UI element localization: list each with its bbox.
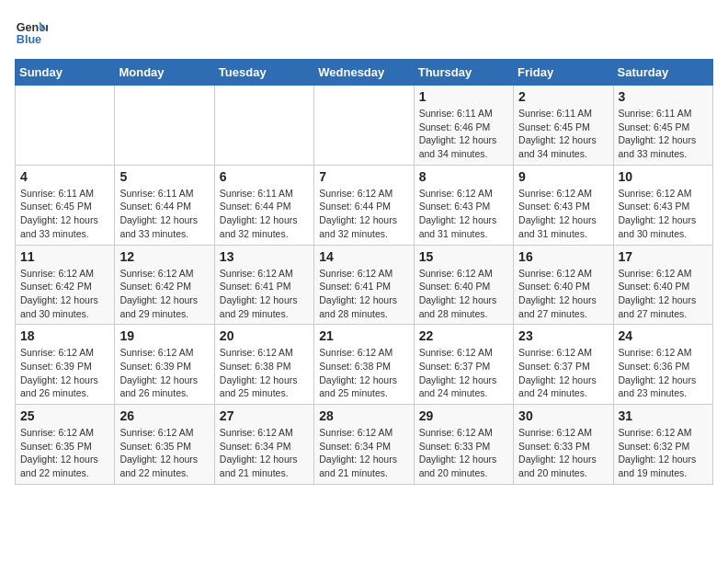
calendar-cell: 4Sunrise: 6:11 AM Sunset: 6:45 PM Daylig… [16,165,115,245]
day-number: 28 [319,408,408,423]
svg-text:Blue: Blue [17,33,41,46]
day-info: Sunrise: 6:12 AM Sunset: 6:43 PM Dayligh… [518,187,608,241]
day-number: 19 [119,328,209,343]
calendar-cell: 7Sunrise: 6:12 AM Sunset: 6:44 PM Daylig… [314,165,414,245]
day-info: Sunrise: 6:11 AM Sunset: 6:45 PM Dayligh… [20,187,109,241]
day-info: Sunrise: 6:12 AM Sunset: 6:39 PM Dayligh… [119,346,209,400]
day-number: 26 [119,408,209,423]
day-info: Sunrise: 6:12 AM Sunset: 6:35 PM Dayligh… [119,426,209,480]
logo: General Blue [15,15,53,48]
day-number: 15 [419,249,508,264]
day-number: 12 [119,249,209,264]
header-day-thursday: Thursday [414,60,513,86]
calendar-cell: 27Sunrise: 6:12 AM Sunset: 6:34 PM Dayli… [214,405,313,485]
calendar-cell [214,86,313,166]
week-row-1: 1Sunrise: 6:11 AM Sunset: 6:46 PM Daylig… [16,86,713,166]
day-info: Sunrise: 6:11 AM Sunset: 6:44 PM Dayligh… [220,187,309,241]
day-info: Sunrise: 6:11 AM Sunset: 6:44 PM Dayligh… [119,187,209,241]
week-row-3: 11Sunrise: 6:12 AM Sunset: 6:42 PM Dayli… [16,245,713,325]
day-number: 20 [220,328,309,343]
day-info: Sunrise: 6:12 AM Sunset: 6:34 PM Dayligh… [319,426,408,480]
header-day-saturday: Saturday [613,60,712,86]
calendar-cell: 25Sunrise: 6:12 AM Sunset: 6:35 PM Dayli… [16,405,115,485]
calendar-cell: 6Sunrise: 6:11 AM Sunset: 6:44 PM Daylig… [214,165,313,245]
day-info: Sunrise: 6:12 AM Sunset: 6:40 PM Dayligh… [619,267,708,321]
header-day-sunday: Sunday [16,60,115,86]
day-number: 24 [619,328,708,343]
day-number: 1 [419,89,508,104]
logo-icon: General Blue [15,15,48,48]
calendar-cell: 2Sunrise: 6:11 AM Sunset: 6:45 PM Daylig… [514,86,613,166]
calendar-cell: 1Sunrise: 6:11 AM Sunset: 6:46 PM Daylig… [414,86,513,166]
day-number: 27 [220,408,309,423]
day-info: Sunrise: 6:12 AM Sunset: 6:33 PM Dayligh… [518,426,608,480]
calendar-cell: 5Sunrise: 6:11 AM Sunset: 6:44 PM Daylig… [115,165,214,245]
calendar-cell: 26Sunrise: 6:12 AM Sunset: 6:35 PM Dayli… [115,405,214,485]
day-info: Sunrise: 6:11 AM Sunset: 6:45 PM Dayligh… [619,107,708,161]
day-info: Sunrise: 6:12 AM Sunset: 6:41 PM Dayligh… [220,267,309,321]
calendar-cell: 22Sunrise: 6:12 AM Sunset: 6:37 PM Dayli… [414,325,513,405]
day-info: Sunrise: 6:12 AM Sunset: 6:36 PM Dayligh… [619,346,708,400]
day-info: Sunrise: 6:12 AM Sunset: 6:39 PM Dayligh… [20,346,109,400]
day-info: Sunrise: 6:12 AM Sunset: 6:41 PM Dayligh… [319,267,408,321]
day-number: 30 [518,408,608,423]
calendar-cell: 15Sunrise: 6:12 AM Sunset: 6:40 PM Dayli… [414,245,513,325]
day-info: Sunrise: 6:12 AM Sunset: 6:35 PM Dayligh… [20,426,109,480]
calendar-body: 1Sunrise: 6:11 AM Sunset: 6:46 PM Daylig… [16,86,713,485]
day-number: 6 [220,169,309,184]
day-number: 11 [20,249,109,264]
day-info: Sunrise: 6:12 AM Sunset: 6:38 PM Dayligh… [220,346,309,400]
day-info: Sunrise: 6:12 AM Sunset: 6:44 PM Dayligh… [319,187,408,241]
calendar-cell: 29Sunrise: 6:12 AM Sunset: 6:33 PM Dayli… [414,405,513,485]
day-info: Sunrise: 6:11 AM Sunset: 6:46 PM Dayligh… [419,107,508,161]
day-info: Sunrise: 6:12 AM Sunset: 6:38 PM Dayligh… [319,346,408,400]
day-number: 5 [119,169,209,184]
day-number: 10 [619,169,708,184]
calendar-cell: 31Sunrise: 6:12 AM Sunset: 6:32 PM Dayli… [613,405,712,485]
day-number: 3 [619,89,708,104]
calendar-cell: 17Sunrise: 6:12 AM Sunset: 6:40 PM Dayli… [613,245,712,325]
header-day-monday: Monday [115,60,214,86]
day-info: Sunrise: 6:12 AM Sunset: 6:37 PM Dayligh… [419,346,508,400]
calendar-cell: 16Sunrise: 6:12 AM Sunset: 6:40 PM Dayli… [514,245,613,325]
day-number: 14 [319,249,408,264]
calendar-cell: 19Sunrise: 6:12 AM Sunset: 6:39 PM Dayli… [115,325,214,405]
calendar-cell: 10Sunrise: 6:12 AM Sunset: 6:43 PM Dayli… [613,165,712,245]
week-row-5: 25Sunrise: 6:12 AM Sunset: 6:35 PM Dayli… [16,405,713,485]
calendar-table: SundayMondayTuesdayWednesdayThursdayFrid… [15,59,713,485]
header-day-wednesday: Wednesday [314,60,414,86]
calendar-cell: 24Sunrise: 6:12 AM Sunset: 6:36 PM Dayli… [613,325,712,405]
calendar-cell [16,86,115,166]
calendar-cell: 23Sunrise: 6:12 AM Sunset: 6:37 PM Dayli… [514,325,613,405]
day-info: Sunrise: 6:12 AM Sunset: 6:34 PM Dayligh… [220,426,309,480]
week-row-2: 4Sunrise: 6:11 AM Sunset: 6:45 PM Daylig… [16,165,713,245]
day-info: Sunrise: 6:12 AM Sunset: 6:42 PM Dayligh… [119,267,209,321]
day-number: 18 [20,328,109,343]
day-info: Sunrise: 6:12 AM Sunset: 6:43 PM Dayligh… [619,187,708,241]
header-day-tuesday: Tuesday [214,60,313,86]
header-day-friday: Friday [514,60,613,86]
day-info: Sunrise: 6:12 AM Sunset: 6:42 PM Dayligh… [20,267,109,321]
day-number: 7 [319,169,408,184]
calendar-header: SundayMondayTuesdayWednesdayThursdayFrid… [16,60,713,86]
day-number: 13 [220,249,309,264]
day-info: Sunrise: 6:12 AM Sunset: 6:33 PM Dayligh… [419,426,508,480]
calendar-cell [314,86,414,166]
calendar-cell: 14Sunrise: 6:12 AM Sunset: 6:41 PM Dayli… [314,245,414,325]
calendar-cell: 8Sunrise: 6:12 AM Sunset: 6:43 PM Daylig… [414,165,513,245]
day-info: Sunrise: 6:12 AM Sunset: 6:32 PM Dayligh… [619,426,708,480]
day-info: Sunrise: 6:12 AM Sunset: 6:43 PM Dayligh… [419,187,508,241]
day-number: 31 [619,408,708,423]
calendar-cell: 30Sunrise: 6:12 AM Sunset: 6:33 PM Dayli… [514,405,613,485]
day-number: 8 [419,169,508,184]
header-row: SundayMondayTuesdayWednesdayThursdayFrid… [16,60,713,86]
calendar-cell: 28Sunrise: 6:12 AM Sunset: 6:34 PM Dayli… [314,405,414,485]
calendar-cell: 11Sunrise: 6:12 AM Sunset: 6:42 PM Dayli… [16,245,115,325]
day-number: 23 [518,328,608,343]
day-number: 21 [319,328,408,343]
calendar-cell: 12Sunrise: 6:12 AM Sunset: 6:42 PM Dayli… [115,245,214,325]
day-info: Sunrise: 6:12 AM Sunset: 6:40 PM Dayligh… [419,267,508,321]
day-info: Sunrise: 6:11 AM Sunset: 6:45 PM Dayligh… [518,107,608,161]
calendar-cell: 18Sunrise: 6:12 AM Sunset: 6:39 PM Dayli… [16,325,115,405]
calendar-cell: 13Sunrise: 6:12 AM Sunset: 6:41 PM Dayli… [214,245,313,325]
